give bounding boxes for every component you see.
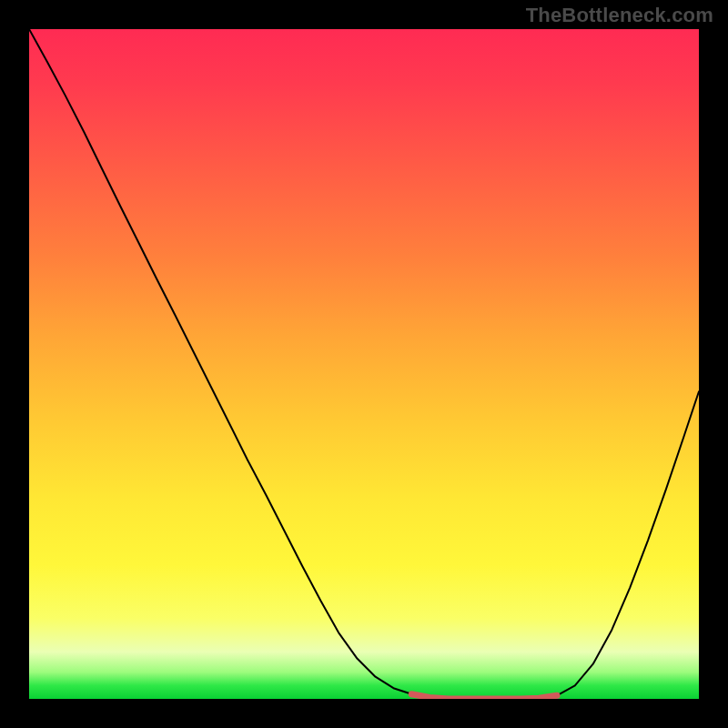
curve-layer <box>29 29 699 699</box>
bottleneck-curve <box>29 29 699 699</box>
chart-frame: TheBottleneck.com <box>0 0 728 728</box>
plot-area <box>29 29 699 699</box>
watermark-text: TheBottleneck.com <box>526 4 713 27</box>
highlight-flat <box>411 694 557 699</box>
